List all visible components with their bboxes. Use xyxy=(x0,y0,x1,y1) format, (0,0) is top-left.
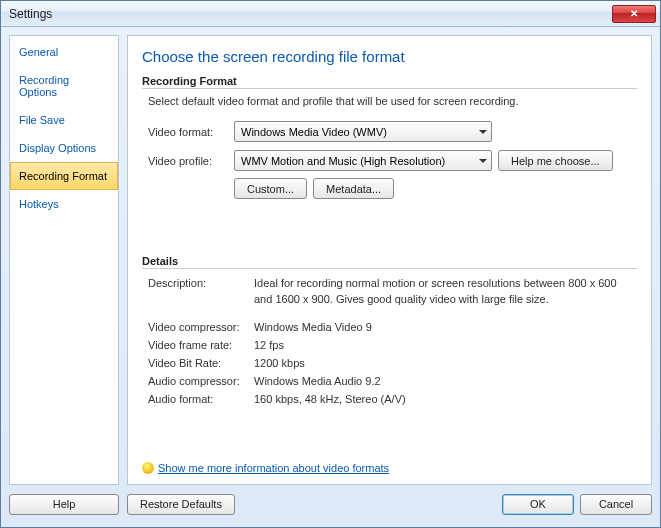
video-format-value: Windows Media Video (WMV) xyxy=(241,126,387,138)
detail-value: Windows Media Audio 9.2 xyxy=(254,373,637,389)
page-title: Choose the screen recording file format xyxy=(142,48,637,65)
more-info-row: Show me more information about video for… xyxy=(142,462,389,474)
video-format-row: Video format: Windows Media Video (WMV) xyxy=(148,121,637,142)
sidebar-item-recording-format[interactable]: Recording Format xyxy=(10,162,118,190)
detail-row-video-compressor: Video compressor: Windows Media Video 9 xyxy=(148,319,637,335)
video-format-dropdown[interactable]: Windows Media Video (WMV) xyxy=(234,121,492,142)
sidebar-item-general[interactable]: General xyxy=(10,38,118,66)
custom-button[interactable]: Custom... xyxy=(234,178,307,199)
sidebar-item-hotkeys[interactable]: Hotkeys xyxy=(10,190,118,218)
main-panel: Choose the screen recording file format … xyxy=(127,35,652,485)
detail-row-video-frame-rate: Video frame rate: 12 fps xyxy=(148,337,637,353)
sidebar-item-recording-options[interactable]: Recording Options xyxy=(10,66,118,106)
chevron-down-icon xyxy=(479,130,487,134)
profile-sub-buttons: Custom... Metadata... xyxy=(234,178,637,199)
details-heading: Details xyxy=(142,255,637,269)
detail-value: Ideal for recording normal motion or scr… xyxy=(254,275,637,307)
sidebar-item-label: File Save xyxy=(19,114,65,126)
footer: Help Restore Defaults OK Cancel xyxy=(9,485,652,519)
detail-value: Windows Media Video 9 xyxy=(254,319,637,335)
sidebar-item-label: Display Options xyxy=(19,142,96,154)
lightbulb-icon xyxy=(142,462,154,474)
detail-row-video-bit-rate: Video Bit Rate: 1200 kbps xyxy=(148,355,637,371)
settings-window: Settings ✕ General Recording Options Fil… xyxy=(0,0,661,528)
chevron-down-icon xyxy=(479,159,487,163)
window-title: Settings xyxy=(9,7,612,21)
detail-label: Video frame rate: xyxy=(148,337,254,353)
detail-label: Video Bit Rate: xyxy=(148,355,254,371)
detail-value: 12 fps xyxy=(254,337,637,353)
close-button[interactable]: ✕ xyxy=(612,5,656,23)
sidebar: General Recording Options File Save Disp… xyxy=(9,35,119,485)
restore-defaults-button[interactable]: Restore Defaults xyxy=(127,494,235,515)
ok-button[interactable]: OK xyxy=(502,494,574,515)
video-profile-dropdown[interactable]: WMV Motion and Music (High Resolution) xyxy=(234,150,492,171)
detail-label: Audio format: xyxy=(148,391,254,407)
video-profile-label: Video profile: xyxy=(148,155,234,167)
sidebar-item-label: Recording Options xyxy=(19,74,69,98)
detail-value: 1200 kbps xyxy=(254,355,637,371)
video-format-label: Video format: xyxy=(148,126,234,138)
help-me-choose-button[interactable]: Help me choose... xyxy=(498,150,613,171)
sidebar-item-label: Recording Format xyxy=(19,170,107,182)
detail-row-audio-format: Audio format: 160 kbps, 48 kHz, Stereo (… xyxy=(148,391,637,407)
titlebar: Settings ✕ xyxy=(1,1,660,27)
sidebar-item-file-save[interactable]: File Save xyxy=(10,106,118,134)
details-block: Details Description: Ideal for recording… xyxy=(142,255,637,409)
columns: General Recording Options File Save Disp… xyxy=(9,35,652,485)
recording-format-heading: Recording Format xyxy=(142,75,637,89)
recording-format-subtext: Select default video format and profile … xyxy=(148,95,637,107)
sidebar-item-label: Hotkeys xyxy=(19,198,59,210)
detail-label: Video compressor: xyxy=(148,319,254,335)
sidebar-item-label: General xyxy=(19,46,58,58)
window-body: General Recording Options File Save Disp… xyxy=(1,27,660,527)
more-info-link[interactable]: Show me more information about video for… xyxy=(158,462,389,474)
video-profile-value: WMV Motion and Music (High Resolution) xyxy=(241,155,445,167)
detail-value: 160 kbps, 48 kHz, Stereo (A/V) xyxy=(254,391,637,407)
detail-row-audio-compressor: Audio compressor: Windows Media Audio 9.… xyxy=(148,373,637,389)
detail-label: Audio compressor: xyxy=(148,373,254,389)
detail-label: Description: xyxy=(148,275,254,307)
metadata-button[interactable]: Metadata... xyxy=(313,178,394,199)
video-profile-row: Video profile: WMV Motion and Music (Hig… xyxy=(148,150,637,171)
close-icon: ✕ xyxy=(630,8,638,19)
help-button[interactable]: Help xyxy=(9,494,119,515)
sidebar-item-display-options[interactable]: Display Options xyxy=(10,134,118,162)
detail-row-description: Description: Ideal for recording normal … xyxy=(148,275,637,307)
cancel-button[interactable]: Cancel xyxy=(580,494,652,515)
